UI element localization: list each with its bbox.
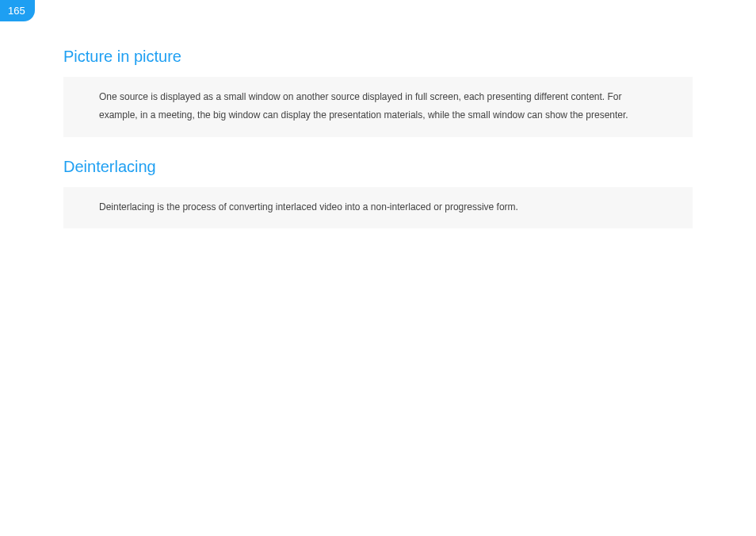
description-text: One source is displayed as a small windo… xyxy=(99,88,661,124)
page-content: Picture in picture One source is display… xyxy=(0,0,756,228)
description-box-deinterlacing: Deinterlacing is the process of converti… xyxy=(63,187,693,229)
section-heading-picture-in-picture: Picture in picture xyxy=(63,48,693,66)
page-number: 165 xyxy=(8,5,25,17)
page-number-tab: 165 xyxy=(0,0,35,21)
description-box-picture-in-picture: One source is displayed as a small windo… xyxy=(63,77,693,137)
description-text: Deinterlacing is the process of converti… xyxy=(99,198,661,216)
section-heading-deinterlacing: Deinterlacing xyxy=(63,158,693,176)
